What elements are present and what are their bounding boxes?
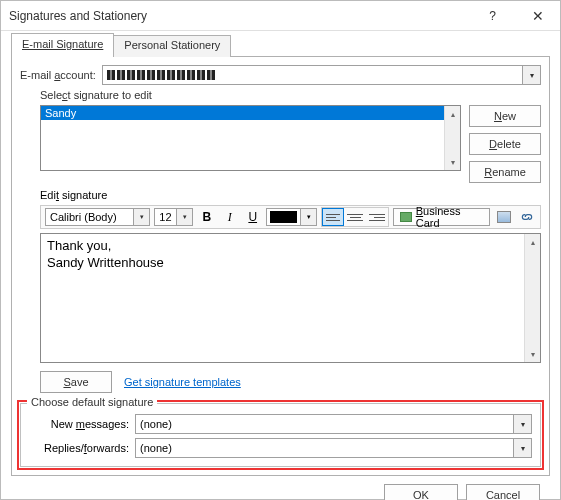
font-color-picker[interactable]: ▾ xyxy=(266,208,317,226)
default-signature-legend: Choose default signature xyxy=(27,396,157,408)
scroll-track[interactable] xyxy=(525,250,540,346)
insert-picture-button[interactable] xyxy=(494,208,513,226)
signature-list-content: Sandy xyxy=(41,106,444,170)
dialog-footer: OK Cancel xyxy=(11,476,550,500)
chevron-down-icon: ▾ xyxy=(513,439,531,457)
tab-personal-stationery[interactable]: Personal Stationery xyxy=(113,35,231,57)
scroll-up-icon[interactable]: ▴ xyxy=(445,106,460,122)
dialog-body: E-mail Signature Personal Stationery E-m… xyxy=(1,31,560,500)
new-messages-label: New messages: xyxy=(29,418,129,430)
select-signature-label: Select signature to edit xyxy=(40,89,541,101)
tab-email-signature[interactable]: E-mail Signature xyxy=(11,33,114,57)
scrollbar[interactable]: ▴ ▾ xyxy=(444,106,460,170)
dialog-window: Signatures and Stationery ? ✕ E-mail Sig… xyxy=(0,0,561,500)
window-title: Signatures and Stationery xyxy=(9,9,470,23)
titlebar: Signatures and Stationery ? ✕ xyxy=(1,1,560,31)
ok-button[interactable]: OK xyxy=(384,484,458,500)
link-icon xyxy=(520,210,534,224)
business-card-button[interactable]: Business Card xyxy=(393,208,490,226)
edit-signature-label: Edit signature xyxy=(40,189,541,201)
underline-button[interactable]: U xyxy=(243,207,262,227)
signature-listbox[interactable]: Sandy ▴ ▾ xyxy=(40,105,461,171)
scroll-down-icon[interactable]: ▾ xyxy=(525,346,540,362)
signature-buttons: New Delete Rename xyxy=(469,105,541,183)
default-signature-group: Choose default signature New messages: (… xyxy=(20,403,541,467)
signature-list-item-selected[interactable]: Sandy xyxy=(41,106,444,120)
align-center-button[interactable] xyxy=(344,208,366,226)
align-group xyxy=(321,207,389,227)
help-button[interactable]: ? xyxy=(470,1,515,31)
signature-editor[interactable]: Thank you, Sandy Writtenhouse ▴ ▾ xyxy=(40,233,541,363)
color-swatch xyxy=(270,211,297,223)
chevron-down-icon: ▾ xyxy=(522,66,540,84)
rename-button[interactable]: Rename xyxy=(469,161,541,183)
signature-list-row: Sandy ▴ ▾ New Delete Rename xyxy=(40,105,541,183)
insert-hyperlink-button[interactable] xyxy=(517,208,536,226)
replies-forwards-row: Replies/forwards: (none) ▾ xyxy=(29,438,532,458)
format-toolbar: Calibri (Body) ▾ 12 ▾ B I U ▾ xyxy=(40,205,541,229)
chevron-down-icon: ▾ xyxy=(300,209,316,225)
italic-button[interactable]: I xyxy=(220,207,239,227)
close-button[interactable]: ✕ xyxy=(515,1,560,31)
card-icon xyxy=(400,212,411,222)
chevron-down-icon: ▾ xyxy=(513,415,531,433)
signature-text[interactable]: Thank you, Sandy Writtenhouse xyxy=(41,234,524,362)
replies-forwards-combo[interactable]: (none) ▾ xyxy=(135,438,532,458)
align-left-button[interactable] xyxy=(322,208,344,226)
editor-scrollbar[interactable]: ▴ ▾ xyxy=(524,234,540,362)
email-account-combo[interactable]: ▾ xyxy=(102,65,541,85)
fontsize-combo[interactable]: 12 ▾ xyxy=(154,208,193,226)
new-messages-combo[interactable]: (none) ▾ xyxy=(135,414,532,434)
picture-icon xyxy=(497,211,511,223)
bold-button[interactable]: B xyxy=(197,207,216,227)
save-row: Save Get signature templates xyxy=(40,371,541,393)
new-button[interactable]: New xyxy=(469,105,541,127)
replies-forwards-label: Replies/forwards: xyxy=(29,442,129,454)
chevron-down-icon: ▾ xyxy=(176,209,192,225)
font-combo[interactable]: Calibri (Body) ▾ xyxy=(45,208,150,226)
scroll-down-icon[interactable]: ▾ xyxy=(445,154,460,170)
scroll-up-icon[interactable]: ▴ xyxy=(525,234,540,250)
email-account-row: E-mail account: ▾ xyxy=(20,65,541,85)
email-account-value xyxy=(107,70,217,80)
align-right-button[interactable] xyxy=(366,208,388,226)
tabstrip: E-mail Signature Personal Stationery xyxy=(11,33,550,57)
delete-button[interactable]: Delete xyxy=(469,133,541,155)
new-messages-row: New messages: (none) ▾ xyxy=(29,414,532,434)
tab-panel-email: E-mail account: ▾ Select signature to ed… xyxy=(11,56,550,476)
cancel-button[interactable]: Cancel xyxy=(466,484,540,500)
templates-link[interactable]: Get signature templates xyxy=(124,376,241,388)
scroll-track[interactable] xyxy=(445,122,460,154)
chevron-down-icon: ▾ xyxy=(133,209,149,225)
save-button[interactable]: Save xyxy=(40,371,112,393)
email-account-label: E-mail account: xyxy=(20,69,96,81)
